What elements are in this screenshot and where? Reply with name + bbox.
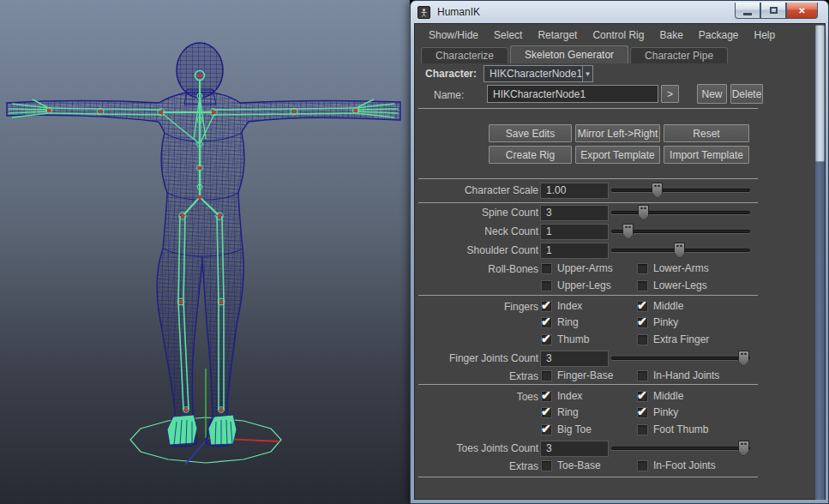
checkbox-toe-middle[interactable]: Middle — [637, 390, 683, 402]
checkbox-upper-legs[interactable]: Upper-Legs — [541, 279, 611, 291]
finger-joints-count-row: Finger Joints Count 3 — [413, 350, 750, 367]
fingers-label: Fingers — [413, 301, 538, 313]
spine-count-row: Spine Count 3 — [413, 204, 750, 221]
tab-skeleton-generator[interactable]: Skeleton Generator — [510, 45, 628, 63]
new-button[interactable]: New — [697, 84, 727, 104]
separator — [418, 295, 758, 296]
character-scale-row: Character Scale 1.00 — [413, 182, 750, 199]
screen: HumanIK ✕ Show/Hide Select Retarget Cont… — [0, 0, 829, 504]
separator — [418, 108, 758, 109]
toe-extras-label: Extras — [413, 460, 538, 472]
menu-select[interactable]: Select — [486, 27, 530, 44]
shoulder-count-input[interactable]: 1 — [540, 243, 609, 259]
maya-3d-viewport[interactable] — [0, 0, 410, 504]
fingers-row-1: Fingers — [413, 299, 538, 314]
tab-bar: Characterize Skeleton Generator Characte… — [416, 45, 814, 63]
character-scale-input[interactable]: 1.00 — [540, 183, 609, 199]
character-row: Character: — [425, 65, 477, 82]
menu-bar: Show/Hide Select Retarget Control Rig Ba… — [416, 26, 814, 45]
finger-extras-row: Extras — [413, 369, 538, 383]
neck-count-slider[interactable] — [611, 223, 750, 240]
finger-joints-count-slider[interactable] — [611, 350, 750, 367]
checkbox-finger-base[interactable]: Finger-Base — [541, 369, 613, 381]
spine-count-input[interactable]: 3 — [540, 205, 609, 221]
tab-characterize[interactable]: Characterize — [421, 47, 508, 63]
humanik-app-icon — [418, 6, 430, 19]
body-wireframe-mesh[interactable] — [7, 43, 400, 447]
checkbox-finger-thumb[interactable]: Thumb — [541, 333, 589, 345]
character-scale-slider[interactable] — [611, 182, 750, 199]
menu-control-rig[interactable]: Control Rig — [585, 27, 652, 44]
menu-retarget[interactable]: Retarget — [530, 27, 585, 44]
toe-extras-row: Extras — [413, 459, 538, 473]
checkbox-big-toe[interactable]: Big Toe — [541, 423, 592, 435]
menu-package[interactable]: Package — [691, 27, 747, 44]
reset-button[interactable]: Reset — [664, 124, 749, 142]
toes-label: Toes — [413, 391, 538, 403]
save-edits-button[interactable]: Save Edits — [489, 124, 572, 142]
create-rig-button[interactable]: Create Rig — [489, 146, 572, 164]
toes-joints-count-row: Toes Joints Count 3 — [413, 440, 750, 457]
title-bar[interactable]: HumanIK ✕ — [411, 1, 828, 23]
character-label: Character: — [425, 68, 477, 80]
menu-show-hide[interactable]: Show/Hide — [421, 27, 486, 44]
checkbox-extra-finger[interactable]: Extra Finger — [637, 333, 709, 345]
name-input[interactable]: HIKCharacterNode1 — [487, 85, 658, 103]
vertical-scrollbar[interactable] — [815, 25, 825, 500]
scrollbar-thumb[interactable] — [815, 25, 825, 162]
tab-character-pipe[interactable]: Character Pipe — [630, 47, 728, 63]
name-label-wrap: Name: — [434, 86, 464, 104]
toes-joints-count-input[interactable]: 3 — [540, 441, 609, 457]
character-dropdown[interactable]: HIKCharacterNode1 ▼ — [484, 65, 593, 82]
neck-count-row: Neck Count 1 — [413, 223, 750, 240]
checkbox-lower-arms[interactable]: Lower-Arms — [637, 262, 709, 274]
checkbox-foot-thumb[interactable]: Foot Thumb — [637, 423, 708, 435]
toes-joints-count-slider[interactable] — [611, 440, 750, 457]
toes-joints-count-label: Toes Joints Count — [413, 442, 538, 454]
checkbox-lower-legs[interactable]: Lower-Legs — [637, 279, 707, 291]
close-button[interactable]: ✕ — [786, 3, 818, 19]
neck-count-input[interactable]: 1 — [540, 224, 609, 240]
maximize-button[interactable] — [760, 3, 786, 19]
separator — [418, 477, 758, 477]
wireframe-character-scene — [0, 0, 410, 504]
shoulder-count-label: Shoulder Count — [413, 244, 538, 256]
checkbox-in-foot-joints[interactable]: In-Foot Joints — [637, 459, 716, 471]
checkbox-toe-base[interactable]: Toe-Base — [541, 459, 601, 471]
roll-bones-row-1: Roll-Bones — [413, 261, 538, 276]
mirror-left-right-button[interactable]: Mirror Left->Right — [575, 124, 660, 142]
minimize-button[interactable] — [735, 3, 760, 19]
shoulder-count-row: Shoulder Count 1 — [413, 242, 750, 259]
expand-name-button[interactable]: > — [661, 85, 679, 103]
toes-row-1: Toes — [413, 389, 538, 404]
finger-joints-count-input[interactable]: 3 — [540, 351, 609, 367]
name-input-value: HIKCharacterNode1 — [493, 88, 586, 100]
roll-bones-label: Roll-Bones — [413, 263, 538, 275]
checkbox-finger-ring[interactable]: Ring — [541, 316, 579, 328]
checkbox-finger-middle[interactable]: Middle — [637, 300, 683, 312]
export-template-button[interactable]: Export Template — [575, 146, 660, 164]
checkbox-toe-index[interactable]: Index — [541, 390, 582, 402]
import-template-button[interactable]: Import Template — [664, 146, 749, 164]
spine-count-slider[interactable] — [611, 204, 750, 221]
finger-joints-count-label: Finger Joints Count — [413, 352, 538, 364]
finger-extras-label: Extras — [413, 370, 538, 382]
menu-bake[interactable]: Bake — [652, 27, 690, 44]
checkbox-finger-pinky[interactable]: Pinky — [637, 316, 678, 328]
spine-count-label: Spine Count — [413, 207, 538, 219]
character-scale-label: Character Scale — [413, 184, 538, 196]
checkbox-finger-index[interactable]: Index — [541, 300, 582, 312]
chevron-down-icon[interactable]: ▼ — [582, 66, 592, 81]
character-dropdown-value: HIKCharacterNode1 — [484, 66, 582, 81]
shoulder-count-slider[interactable] — [611, 242, 750, 259]
checkbox-in-hand-joints[interactable]: In-Hand Joints — [637, 369, 719, 381]
checkbox-upper-arms[interactable]: Upper-Arms — [541, 262, 613, 274]
checkbox-toe-ring[interactable]: Ring — [541, 406, 579, 418]
menu-help[interactable]: Help — [747, 27, 784, 44]
separator — [418, 178, 758, 179]
delete-button[interactable]: Delete — [730, 84, 763, 104]
window-title: HumanIK — [437, 6, 480, 18]
separator — [418, 202, 758, 203]
character-reference-ring[interactable] — [130, 369, 281, 465]
checkbox-toe-pinky[interactable]: Pinky — [637, 406, 678, 418]
